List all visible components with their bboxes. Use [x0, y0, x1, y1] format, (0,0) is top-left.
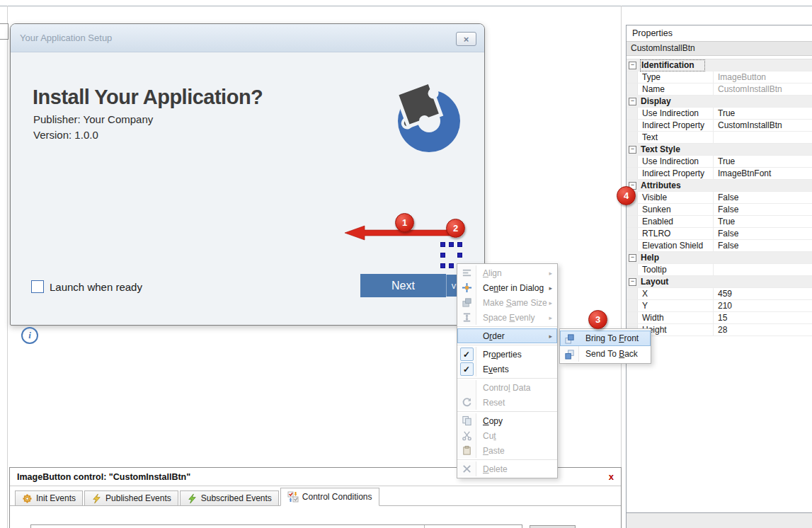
submenu-item-send-to-back[interactable]: Send To Back: [560, 346, 651, 362]
same-size-icon: [457, 295, 476, 310]
tab-init-events[interactable]: Init Events: [15, 490, 83, 505]
property-row-rtlro[interactable]: RTLROFalse: [627, 228, 812, 240]
menu-icon-gutter: [457, 380, 476, 395]
property-row-visible[interactable]: VisibleFalse: [627, 192, 812, 204]
property-value[interactable]: False: [714, 229, 812, 239]
gear-icon: [22, 493, 33, 504]
property-value[interactable]: 459: [714, 289, 812, 299]
property-value[interactable]: 28: [714, 325, 812, 335]
collapse-icon[interactable]: −: [629, 146, 636, 154]
panel-close-button[interactable]: x: [609, 472, 614, 481]
property-value[interactable]: CustomInstallBtn: [714, 84, 812, 94]
selection-handle[interactable]: [440, 263, 445, 268]
setup-dialog: Your Application Setup × Install Your Ap…: [10, 23, 485, 326]
menu-item-properties[interactable]: ✓Properties: [457, 347, 557, 362]
menu-item-order[interactable]: Order▸: [457, 328, 557, 343]
menu-item-label: Control Data: [476, 383, 530, 393]
info-icon[interactable]: i: [21, 327, 38, 344]
property-row-x[interactable]: X459: [627, 288, 812, 300]
property-category-attributes[interactable]: −Attributes: [627, 180, 812, 192]
submenu-arrow-icon: ▸: [549, 299, 557, 306]
property-row-name[interactable]: NameCustomInstallBtn: [627, 84, 812, 96]
menu-item-label: Align: [476, 268, 502, 278]
property-value[interactable]: CustomInstallBtn: [714, 120, 812, 130]
property-category-layout[interactable]: −Layout: [627, 276, 812, 288]
property-row-use-indirection[interactable]: Use IndirectionTrue: [627, 156, 812, 168]
property-row-enabled[interactable]: EnabledTrue: [627, 216, 812, 228]
row-gutter: [627, 168, 638, 179]
menu-item-label: Reset: [476, 398, 505, 408]
property-category-help[interactable]: −Help: [627, 252, 812, 264]
selection-handle[interactable]: [440, 242, 445, 247]
selection-handle[interactable]: [449, 263, 454, 268]
property-grid: −IdentificationTypeImageButtonNameCustom…: [627, 59, 812, 336]
property-row-width[interactable]: Width15: [627, 312, 812, 324]
property-row-use-indirection[interactable]: Use IndirectionTrue: [627, 108, 812, 120]
tab-published-events[interactable]: Published Events: [84, 490, 178, 505]
collapse-icon[interactable]: −: [629, 98, 636, 105]
dialog-titlebar[interactable]: Your Application Setup ×: [11, 24, 484, 52]
row-gutter: [627, 84, 638, 95]
condition-button[interactable]: [530, 525, 576, 528]
menu-item-label: Space Evenly: [476, 313, 534, 323]
property-category-text-style[interactable]: −Text Style: [627, 144, 812, 156]
close-icon: x: [609, 471, 614, 482]
menu-item-copy[interactable]: Copy: [457, 413, 557, 428]
align-icon: [457, 265, 476, 280]
selection-handle[interactable]: [457, 242, 462, 247]
collapse-icon[interactable]: −: [629, 278, 636, 286]
property-value[interactable]: ImageButton: [714, 72, 812, 82]
dialog-close-button[interactable]: ×: [456, 32, 476, 46]
submenu-arrow-icon: ▸: [549, 270, 557, 277]
property-row-sunken[interactable]: SunkenFalse: [627, 204, 812, 216]
property-label: Y: [638, 300, 714, 311]
property-value[interactable]: False: [714, 241, 812, 251]
property-row-text[interactable]: Text: [627, 132, 812, 144]
app-canvas: Your Application Setup × Install Your Ap…: [0, 0, 812, 528]
property-row-elevation-shield[interactable]: Elevation ShieldFalse: [627, 240, 812, 252]
selection-handle[interactable]: [440, 253, 445, 258]
property-row-type[interactable]: TypeImageButton: [627, 71, 812, 84]
center-icon: [457, 280, 476, 295]
top-divider: [0, 6, 812, 6]
property-value[interactable]: ImageBtnFont: [714, 168, 812, 178]
property-row-tooltip[interactable]: Tooltip: [627, 264, 812, 276]
tab-control-conditions[interactable]: Control Conditions: [280, 488, 379, 506]
property-category-identification[interactable]: −Identification: [627, 59, 812, 71]
property-value[interactable]: True: [714, 108, 812, 118]
selected-control-box[interactable]: CustomInstallBtn: [627, 41, 812, 56]
property-value[interactable]: 210: [714, 301, 812, 311]
selection-handle[interactable]: [449, 242, 454, 247]
tab-label: Subscribed Events: [201, 493, 272, 503]
launch-checkbox-row[interactable]: Launch when ready: [31, 280, 142, 293]
property-row-height[interactable]: Height28: [627, 324, 812, 336]
property-row-indirect-property[interactable]: Indirect PropertyImageBtnFont: [627, 168, 812, 180]
menu-separator: [457, 378, 557, 379]
next-button[interactable]: Next: [360, 274, 446, 297]
property-value[interactable]: 15: [714, 313, 812, 323]
tab-subscribed-events[interactable]: Subscribed Events: [180, 490, 279, 505]
property-value[interactable]: True: [714, 156, 812, 166]
row-gutter: [627, 120, 638, 131]
property-value[interactable]: True: [714, 217, 812, 226]
property-row-y[interactable]: Y210: [627, 300, 812, 312]
property-label: Visible: [638, 192, 714, 203]
property-value[interactable]: False: [714, 193, 812, 202]
menu-item-center-in-dialog[interactable]: Center in Dialog▸: [457, 280, 557, 295]
property-label: Width: [638, 312, 714, 323]
property-value[interactable]: False: [714, 205, 812, 214]
property-category-display[interactable]: −Display: [627, 96, 812, 108]
collapse-icon[interactable]: −: [629, 62, 636, 69]
menu-item-control-data: Control Data: [457, 380, 557, 395]
launch-checkbox[interactable]: [31, 280, 44, 293]
collapse-icon[interactable]: −: [629, 254, 636, 262]
submenu-item-bring-to-front[interactable]: Bring To Front: [560, 331, 651, 346]
menu-checkmark: ✓: [457, 362, 476, 377]
property-row-indirect-property[interactable]: Indirect PropertyCustomInstallBtn: [627, 120, 812, 132]
dialog-title: Your Application Setup: [20, 33, 112, 43]
condition-input[interactable]: [30, 524, 522, 528]
menu-item-events[interactable]: ✓Events: [457, 362, 557, 377]
selection-handle[interactable]: [457, 253, 462, 258]
puzzle-logo-icon: [387, 84, 469, 161]
annotation-step-1: 1: [395, 213, 414, 232]
